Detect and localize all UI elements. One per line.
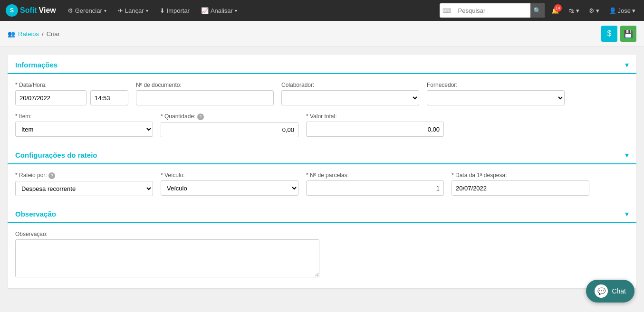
chat-label: Chat: [612, 287, 626, 295]
breadcrumb-current: Criar: [47, 30, 60, 38]
configuracoes-title: Configurações do rateio: [15, 151, 97, 159]
chevron-down-icon: ▾: [596, 7, 599, 14]
doc-input[interactable]: [136, 90, 274, 105]
colaborador-label: Colaborador:: [281, 82, 419, 88]
veiculo-select[interactable]: Veículo: [161, 180, 298, 196]
import-icon: ⬇: [160, 7, 165, 14]
gear-icon: ⚙: [67, 7, 73, 14]
dollar-button[interactable]: $: [601, 26, 617, 42]
barcode-icon: ⌨: [440, 7, 454, 14]
user-menu[interactable]: 👤 Jose ▾: [606, 5, 638, 16]
item-label: * Item:: [15, 113, 153, 120]
chevron-down-icon: ▾: [576, 7, 579, 14]
quantidade-info-icon[interactable]: ?: [197, 113, 204, 120]
data-input[interactable]: [15, 90, 87, 105]
veiculo-label: * Veículo:: [161, 172, 298, 179]
nav-lancar[interactable]: ✈ Lançar ▾: [113, 0, 153, 21]
fornecedor-group: Fornecedor:: [427, 82, 565, 105]
observacao-section: Observação:: [8, 231, 636, 279]
search-input[interactable]: [454, 7, 530, 14]
chat-circle-icon: 💬: [595, 284, 608, 296]
hora-input[interactable]: [90, 90, 128, 105]
data-primeira-group: * Data da 1ª despesa:: [452, 172, 589, 196]
breadcrumb: 👥 Rateios / Criar: [8, 30, 60, 38]
brand-logo[interactable]: S Sofit View: [6, 4, 56, 17]
rateio-por-label: * Rateio por: ?: [15, 172, 153, 179]
valor-total-label: * Valor total:: [306, 113, 444, 120]
chat-button[interactable]: 💬 Chat: [586, 280, 634, 296]
user-icon: 👤: [609, 7, 616, 14]
nav-lancar-label: Lançar: [125, 7, 144, 14]
informacoes-section: * Data/Hora: Nº de documento: Colaborado…: [8, 82, 636, 137]
informacoes-row-1: * Data/Hora: Nº de documento: Colaborado…: [15, 82, 629, 105]
form-card: Informações ▾ * Data/Hora: Nº de documen…: [8, 55, 636, 288]
colaborador-group: Colaborador:: [281, 82, 419, 105]
parcelas-input[interactable]: [306, 180, 444, 196]
save-button[interactable]: 💾: [620, 26, 636, 42]
launch-icon: ✈: [118, 7, 123, 14]
nav-importar[interactable]: ⬇ Importar: [155, 0, 194, 21]
search-button[interactable]: 🔍: [530, 3, 545, 18]
valor-total-input[interactable]: [306, 122, 444, 137]
quantidade-label: * Quantidade: ?: [161, 113, 298, 120]
chevron-down-icon: ▾: [146, 8, 148, 13]
rateio-por-select[interactable]: Despesa recorrente: [15, 181, 153, 196]
data-hora-label: * Data/Hora:: [15, 82, 128, 88]
cart-button[interactable]: 🛍 ▾: [566, 5, 582, 16]
rateio-por-group: * Rateio por: ? Despesa recorrente: [15, 172, 153, 196]
fornecedor-select[interactable]: [427, 90, 565, 105]
informacoes-row-2: * Item: Item * Quantidade: ? * Valor tot…: [15, 113, 629, 137]
nav-analisar-label: Analisar: [211, 7, 233, 14]
brand-icon: S: [6, 4, 18, 17]
settings-button[interactable]: ⚙ ▾: [586, 5, 602, 16]
breadcrumb-bar: 👥 Rateios / Criar $ 💾: [0, 21, 644, 47]
nav-gerenciar[interactable]: ⚙ Gerenciar ▾: [63, 0, 111, 21]
configuracoes-section: * Rateio por: ? Despesa recorrente * Veí…: [8, 172, 636, 196]
breadcrumb-parent[interactable]: Rateios: [18, 30, 39, 38]
obs-textarea[interactable]: [15, 239, 319, 277]
brand-sofit: Sofit: [20, 6, 37, 15]
settings-icon: ⚙: [589, 7, 595, 14]
chevron-down-icon: ▾: [235, 8, 237, 13]
brand-view: View: [39, 6, 56, 15]
quantidade-input[interactable]: [161, 122, 298, 137]
parcelas-label: * Nº de parcelas:: [306, 172, 444, 179]
nav-analisar[interactable]: 📈 Analisar ▾: [196, 0, 242, 21]
data-primeira-label: * Data da 1ª despesa:: [452, 172, 589, 179]
notifications-button[interactable]: 🔔 14: [548, 5, 562, 16]
informacoes-title: Informações: [15, 61, 58, 69]
rateio-info-icon[interactable]: ?: [48, 172, 55, 179]
breadcrumb-separator: /: [42, 30, 44, 38]
chevron-down-icon: ▾: [104, 8, 106, 13]
breadcrumb-actions: $ 💾: [601, 26, 636, 42]
navbar: S Sofit View ⚙ Gerenciar ▾ ✈ Lançar ▾ ⬇ …: [0, 0, 644, 21]
doc-group: Nº de documento:: [136, 82, 274, 105]
navbar-right: ⌨ 🔍 🔔 14 🛍 ▾ ⚙ ▾ 👤 Jose ▾: [440, 3, 638, 18]
obs-group: Observação:: [15, 231, 629, 279]
colaborador-select[interactable]: [281, 90, 419, 105]
valor-total-group: * Valor total:: [306, 113, 444, 137]
fornecedor-label: Fornecedor:: [427, 82, 565, 88]
doc-label: Nº de documento:: [136, 82, 274, 88]
observacao-section-header: Observação ▾: [8, 204, 636, 223]
configuracoes-section-header: Configurações do rateio ▾: [8, 145, 636, 164]
observacao-toggle[interactable]: ▾: [625, 209, 629, 218]
informacoes-toggle[interactable]: ▾: [625, 60, 629, 69]
nav-gerenciar-label: Gerenciar: [75, 7, 102, 14]
veiculo-group: * Veículo: Veículo: [161, 172, 298, 196]
user-label: Jose: [618, 7, 631, 14]
item-select[interactable]: Item: [15, 122, 153, 137]
user-group-icon: 👥: [8, 30, 15, 38]
cart-icon: 🛍: [568, 7, 575, 14]
obs-label: Observação:: [15, 231, 629, 237]
obs-textarea-wrap: [15, 239, 319, 279]
configuracoes-toggle[interactable]: ▾: [625, 151, 629, 160]
configuracoes-row-1: * Rateio por: ? Despesa recorrente * Veí…: [15, 172, 629, 196]
parcelas-group: * Nº de parcelas:: [306, 172, 444, 196]
item-group: * Item: Item: [15, 113, 153, 137]
main-content: Informações ▾ * Data/Hora: Nº de documen…: [0, 47, 644, 296]
data-hora-group: * Data/Hora:: [15, 82, 128, 105]
informacoes-section-header: Informações ▾: [8, 55, 636, 74]
data-primeira-input[interactable]: [452, 180, 589, 196]
quantidade-group: * Quantidade: ?: [161, 113, 298, 137]
